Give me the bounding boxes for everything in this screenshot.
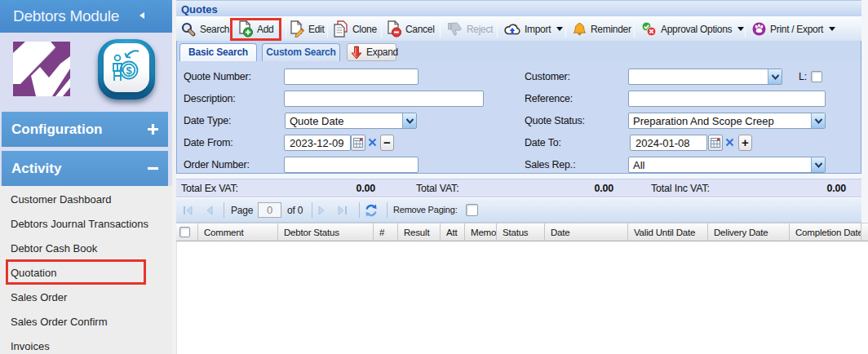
svg-text:$: $	[126, 64, 132, 77]
